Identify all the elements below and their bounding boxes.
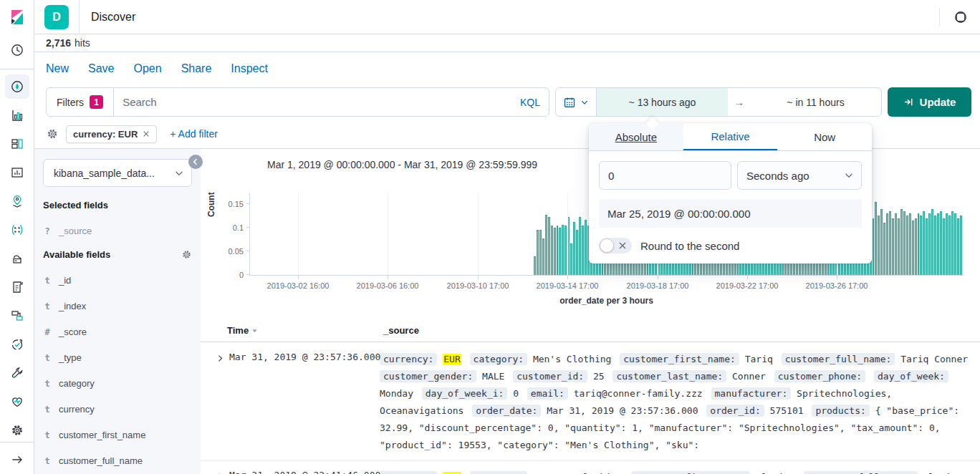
nav-item-infrastructure[interactable] (0, 244, 34, 273)
menu-item-new[interactable]: New (46, 62, 69, 75)
nav-item-logs[interactable] (0, 273, 34, 301)
histogram-bar[interactable] (951, 211, 953, 275)
histogram-bar[interactable] (548, 217, 550, 275)
field-item-customerfirstname[interactable]: tcustomer_first_name (43, 430, 192, 440)
close-icon[interactable] (143, 130, 150, 137)
nav-item-uptime[interactable] (0, 330, 34, 359)
histogram-bar[interactable] (960, 216, 962, 275)
filters-button[interactable]: Filters 1 (47, 88, 114, 116)
field-item-source[interactable]: ? _source (43, 226, 192, 236)
date-picker-menu-button[interactable] (556, 88, 597, 116)
histogram-bar[interactable] (883, 223, 885, 275)
update-button[interactable]: Update (888, 87, 971, 117)
nav-item-collapse[interactable] (0, 445, 34, 474)
histogram-bar[interactable] (875, 202, 877, 275)
field-item-id[interactable]: t_id (43, 275, 192, 286)
histogram-bar[interactable] (565, 226, 567, 275)
nav-item-dev-tools[interactable] (0, 359, 34, 387)
histogram-bar[interactable] (943, 218, 945, 275)
menu-item-share[interactable]: Share (181, 62, 212, 75)
histogram-bar[interactable] (900, 209, 903, 275)
nav-item-maps[interactable] (0, 187, 34, 216)
histogram-bar[interactable] (892, 218, 894, 275)
histogram-bar[interactable] (576, 230, 578, 275)
histogram-bar[interactable] (551, 226, 553, 275)
kibana-logo[interactable] (0, 0, 34, 34)
histogram-bar[interactable] (934, 216, 936, 275)
histogram-bar[interactable] (926, 218, 928, 275)
histogram-bar[interactable] (557, 226, 559, 275)
nav-item-dashboard[interactable] (0, 130, 34, 158)
histogram-bar[interactable] (906, 216, 908, 275)
menu-item-inspect[interactable]: Inspect (231, 62, 268, 75)
time-range-end-button[interactable]: ~ in 11 hours (750, 88, 881, 116)
expand-row-button[interactable] (216, 470, 224, 474)
histogram-bar[interactable] (886, 213, 888, 275)
histogram-bar[interactable] (539, 230, 542, 275)
histogram-bar[interactable] (559, 228, 561, 275)
field-settings-button[interactable] (181, 249, 192, 260)
field-item-index[interactable]: t_index (43, 301, 192, 311)
histogram-bar[interactable] (918, 213, 920, 275)
histogram-bar[interactable] (948, 216, 951, 275)
histogram-bar[interactable] (542, 238, 544, 275)
kql-toggle[interactable]: KQL (520, 97, 549, 108)
add-filter-link[interactable]: + Add filter (170, 128, 218, 140)
histogram-bar[interactable] (880, 209, 883, 275)
histogram-bar[interactable] (903, 211, 905, 275)
filter-options-button[interactable] (46, 127, 59, 140)
histogram-bar[interactable] (895, 213, 897, 275)
histogram-bar[interactable] (954, 213, 956, 275)
field-item-score[interactable]: #_score (43, 327, 192, 337)
histogram-bar[interactable] (923, 211, 925, 275)
histogram-bar[interactable] (534, 256, 536, 275)
histogram-bar[interactable] (940, 211, 942, 275)
field-item-customerfullname[interactable]: tcustomer_full_name (43, 455, 192, 466)
histogram-bar[interactable] (873, 218, 875, 275)
nav-item-visualize[interactable] (0, 101, 34, 130)
relative-amount-input[interactable] (599, 161, 731, 190)
time-column-header[interactable]: Time (227, 325, 258, 336)
histogram-bar[interactable] (579, 217, 581, 275)
search-input[interactable] (114, 96, 520, 108)
histogram-bar[interactable] (570, 243, 572, 275)
relative-unit-select[interactable]: Seconds ago (737, 161, 862, 190)
histogram-bar[interactable] (554, 228, 556, 275)
tab-relative[interactable]: Relative (683, 123, 778, 150)
histogram-bar[interactable] (915, 218, 917, 275)
menu-item-open[interactable]: Open (133, 62, 161, 75)
histogram-bar[interactable] (573, 222, 575, 275)
field-item-type[interactable]: t_type (43, 352, 192, 363)
collapse-sidebar-button[interactable] (188, 155, 203, 169)
histogram-bar[interactable] (957, 218, 959, 275)
tab-now[interactable]: Now (777, 123, 872, 150)
histogram-bar[interactable] (898, 218, 900, 275)
field-item-category[interactable]: tcategory (43, 378, 192, 389)
histogram-bar[interactable] (920, 216, 922, 275)
histogram-bar[interactable] (946, 213, 948, 275)
menu-item-save[interactable]: Save (88, 62, 114, 75)
index-pattern-select[interactable]: kibana_sample_data... (43, 159, 192, 187)
nav-item-canvas[interactable] (0, 158, 34, 187)
histogram-bar[interactable] (545, 215, 547, 275)
histogram-bar[interactable] (878, 216, 880, 275)
histogram-bar[interactable] (931, 209, 933, 275)
filter-pill-currency-eur[interactable]: currency: EUR (66, 125, 157, 143)
histogram-bar[interactable] (537, 230, 539, 275)
expand-row-button[interactable] (216, 352, 224, 365)
histogram-bar[interactable] (582, 226, 584, 275)
histogram-bar[interactable] (889, 211, 891, 275)
histogram-bar[interactable] (585, 220, 587, 275)
nav-item-apm[interactable] (0, 301, 34, 330)
time-range-start-button[interactable]: ~ 13 hours ago (597, 88, 728, 116)
histogram-bar[interactable] (562, 225, 564, 275)
histogram-bar[interactable] (937, 213, 939, 275)
histogram-bar[interactable] (912, 221, 914, 275)
nav-item-recently-viewed[interactable] (0, 34, 34, 66)
nav-item-monitoring[interactable] (0, 387, 34, 416)
round-toggle[interactable] (599, 238, 632, 253)
tab-absolute[interactable]: Absolute (589, 123, 683, 150)
field-item-currency[interactable]: tcurrency (43, 404, 192, 415)
nav-item-machine-learning[interactable] (0, 216, 34, 244)
nav-item-discover[interactable] (0, 72, 34, 101)
